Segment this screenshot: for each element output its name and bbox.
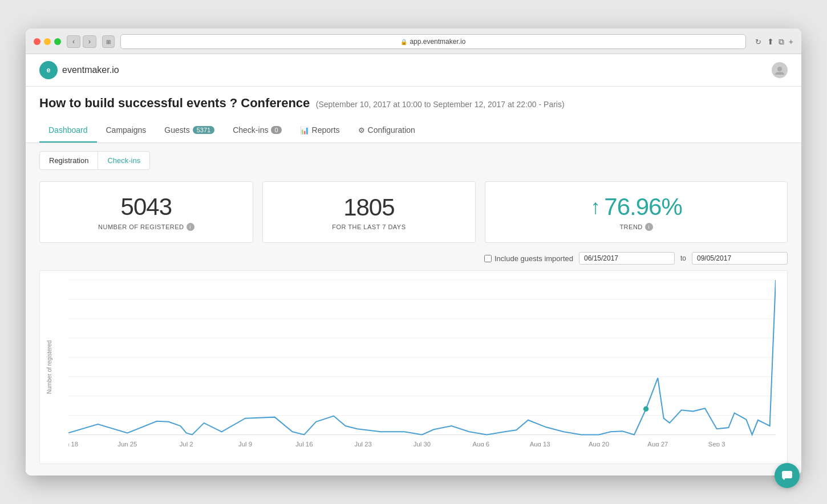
svg-text:Aug 13: Aug 13 <box>530 441 550 446</box>
maximize-button[interactable] <box>54 38 61 45</box>
registration-chart: 0 50 100 150 200 250 300 350 400 Jun 18 <box>68 277 776 446</box>
tab-guests[interactable]: Guests 5371 <box>155 119 224 143</box>
svg-text:Jul 2: Jul 2 <box>180 441 193 446</box>
logo-area: e eventmaker.io <box>39 61 119 79</box>
traffic-lights <box>34 38 61 45</box>
date-to-input[interactable] <box>692 252 788 265</box>
sub-tab-checkins[interactable]: Check-ins <box>98 151 150 170</box>
svg-text:Jul 30: Jul 30 <box>414 441 431 446</box>
guests-badge: 5371 <box>193 126 214 134</box>
y-axis-label: Number of registered <box>46 340 52 394</box>
svg-text:Aug 27: Aug 27 <box>647 441 668 446</box>
include-imported-checkbox[interactable] <box>484 255 492 262</box>
refresh-button[interactable]: ↻ <box>755 38 761 46</box>
app-header: e eventmaker.io <box>26 54 801 87</box>
chart-wrapper: Number of registered 0 50 100 <box>39 270 788 464</box>
registered-info-icon[interactable]: i <box>187 223 194 231</box>
registered-value: 5043 <box>121 193 172 221</box>
user-avatar[interactable] <box>772 62 788 78</box>
lock-icon: 🔒 <box>400 39 407 45</box>
minimize-button[interactable] <box>44 38 51 45</box>
event-title-bar: How to build successful events ? Confere… <box>26 87 801 119</box>
logo-text: eventmaker.io <box>62 65 119 75</box>
svg-text:e: e <box>47 66 51 74</box>
trend-value: 76.96% <box>604 193 682 221</box>
svg-point-21 <box>644 407 648 411</box>
tab-campaigns[interactable]: Campaigns <box>97 119 156 143</box>
windows-icon[interactable]: ⧉ <box>779 37 784 47</box>
svg-text:Sep 3: Sep 3 <box>708 441 725 446</box>
last7days-label: FOR THE LAST 7 DAYS <box>332 223 406 230</box>
reader-view-button[interactable]: ⊞ <box>102 35 115 48</box>
back-button[interactable]: ‹ <box>67 35 80 48</box>
main-tabs: Dashboard Campaigns Guests 5371 Check-in… <box>26 119 801 143</box>
add-tab-icon[interactable]: + <box>789 37 793 46</box>
last7days-value: 1805 <box>343 194 394 221</box>
stat-trend: ↑ 76.96% TREND i <box>485 181 788 243</box>
logo-icon: e <box>39 61 58 79</box>
tab-checkins[interactable]: Check-ins 0 <box>224 119 290 143</box>
share-icon[interactable]: ⬆ <box>767 37 774 46</box>
configuration-gear-icon: ⚙ <box>358 126 365 135</box>
sub-tabs: Registration Check-ins <box>39 151 788 170</box>
chat-bubble[interactable] <box>775 463 800 488</box>
svg-text:Jul 16: Jul 16 <box>295 441 313 446</box>
svg-text:Aug 6: Aug 6 <box>472 441 489 446</box>
include-imported-label[interactable]: Include guests imported <box>484 254 573 263</box>
url-text: app.eventmaker.io <box>410 38 465 46</box>
close-button[interactable] <box>34 38 40 45</box>
svg-text:Aug 20: Aug 20 <box>589 441 609 446</box>
tab-dashboard[interactable]: Dashboard <box>39 119 97 143</box>
trend-arrow-icon: ↑ <box>590 197 601 217</box>
svg-text:Jul 23: Jul 23 <box>355 441 372 446</box>
forward-button[interactable]: › <box>83 35 96 48</box>
date-from-input[interactable] <box>579 252 675 265</box>
svg-text:Jun 18: Jun 18 <box>68 441 78 446</box>
svg-text:Jul 9: Jul 9 <box>238 441 252 446</box>
reports-chart-icon: 📊 <box>300 126 309 135</box>
chart-area: Include guests imported to Number of reg… <box>26 243 801 475</box>
checkins-badge: 0 <box>271 126 281 134</box>
tab-reports[interactable]: 📊 Reports <box>291 119 349 143</box>
tab-configuration[interactable]: ⚙ Configuration <box>349 119 424 143</box>
address-bar[interactable]: 🔒 app.eventmaker.io <box>120 34 746 49</box>
registered-label: NUMBER OF REGISTERED i <box>98 223 194 231</box>
stats-area: 5043 NUMBER OF REGISTERED i 1805 FOR THE… <box>26 170 801 243</box>
trend-label: TREND i <box>619 223 652 231</box>
svg-text:Jun 25: Jun 25 <box>117 441 137 446</box>
trend-info-icon[interactable]: i <box>645 223 653 231</box>
svg-point-2 <box>777 67 782 71</box>
chart-controls: Include guests imported to <box>39 252 788 265</box>
svg-rect-34 <box>782 471 792 478</box>
sub-tab-registration[interactable]: Registration <box>39 151 98 170</box>
stat-last7days: 1805 FOR THE LAST 7 DAYS <box>262 181 476 243</box>
stat-registered: 5043 NUMBER OF REGISTERED i <box>39 181 253 243</box>
date-separator: to <box>680 254 686 262</box>
event-subtitle: (September 10, 2017 at 10:00 to Septembe… <box>316 100 565 109</box>
event-title: How to build successful events ? Confere… <box>39 96 310 110</box>
